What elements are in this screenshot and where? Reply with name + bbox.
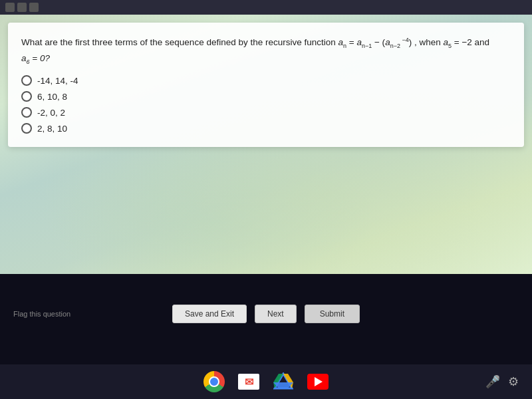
taskbar-gmail-icon[interactable]: ✉ xyxy=(237,370,261,394)
question-box: What are the first three terms of the se… xyxy=(8,23,524,147)
taskbar-chrome-icon[interactable] xyxy=(202,370,226,394)
option-label-4: 2, 8, 10 xyxy=(37,124,67,134)
chrome-app-icon xyxy=(203,371,225,392)
taskbar-drive-icon[interactable] xyxy=(271,370,295,394)
mic-icon[interactable]: 🎤 xyxy=(485,374,500,389)
settings-icon[interactable]: ⚙ xyxy=(508,374,519,389)
options-list: -14, 14, -4 6, 10, 8 -2, 0, 2 2, 8, 10 xyxy=(21,75,511,134)
taskbar: ✉ 🎤 ⚙ xyxy=(0,364,532,399)
top-bar xyxy=(0,0,532,15)
option-label-1: -14, 14, -4 xyxy=(37,76,78,86)
drive-app-icon xyxy=(273,372,294,391)
top-bar-btn-2 xyxy=(17,3,27,12)
option-item-2[interactable]: 6, 10, 8 xyxy=(21,91,511,102)
taskbar-youtube-icon[interactable] xyxy=(306,370,330,394)
taskbar-right: 🎤 ⚙ xyxy=(485,374,519,389)
youtube-play-icon xyxy=(315,377,323,386)
youtube-app-icon xyxy=(307,374,329,390)
sub-condition: a6 = 0? xyxy=(21,53,511,65)
radio-option-3[interactable] xyxy=(21,107,32,118)
flag-question-link[interactable]: Flag this question xyxy=(13,310,70,318)
radio-option-4[interactable] xyxy=(21,123,32,134)
bottom-toolbar: Flag this question Save and Exit Next Su… xyxy=(0,302,532,326)
question-text-suffix: , when a5 = −2 and xyxy=(414,37,489,47)
screen: What are the first three terms of the se… xyxy=(0,0,532,399)
next-button[interactable]: Next xyxy=(255,305,297,323)
question-text-prefix: What are the first three terms of the se… xyxy=(21,37,338,47)
question-formula: an = an−1 − (an−2 −4) xyxy=(338,37,414,47)
top-bar-btn-3 xyxy=(29,3,39,12)
save-exit-button[interactable]: Save and Exit xyxy=(172,305,247,323)
gmail-app-icon: ✉ xyxy=(238,374,259,390)
radio-option-1[interactable] xyxy=(21,75,32,86)
content-area: What are the first three terms of the se… xyxy=(0,15,532,274)
option-item-3[interactable]: -2, 0, 2 xyxy=(21,107,511,118)
top-bar-btn-1 xyxy=(5,3,15,12)
question-text: What are the first three terms of the se… xyxy=(21,35,511,51)
option-label-2: 6, 10, 8 xyxy=(37,92,67,102)
option-label-3: -2, 0, 2 xyxy=(37,108,65,118)
radio-option-2[interactable] xyxy=(21,91,32,102)
submit-button[interactable]: Submit xyxy=(305,305,360,323)
option-item-4[interactable]: 2, 8, 10 xyxy=(21,123,511,134)
option-item-1[interactable]: -14, 14, -4 xyxy=(21,75,511,86)
